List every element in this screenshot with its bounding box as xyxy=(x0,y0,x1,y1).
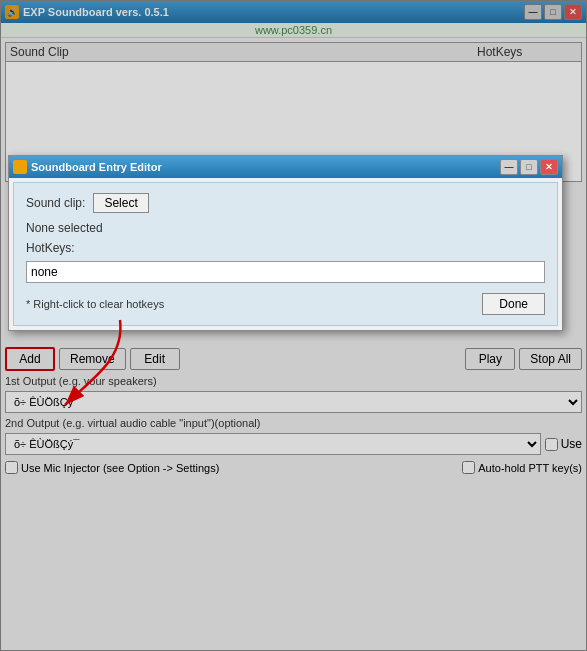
dialog-maximize-btn[interactable]: □ xyxy=(520,159,538,175)
dialog-footer: * Right-click to clear hotkeys Done xyxy=(26,293,545,315)
sound-clip-row: Sound clip: Select xyxy=(26,193,545,213)
done-button[interactable]: Done xyxy=(482,293,545,315)
entry-editor-dialog: Soundboard Entry Editor — □ ✕ Sound clip… xyxy=(8,155,563,331)
dialog-title-bar: Soundboard Entry Editor — □ ✕ xyxy=(9,156,562,178)
dialog-content: Sound clip: Select None selected HotKeys… xyxy=(13,182,558,326)
none-selected-text: None selected xyxy=(26,221,545,235)
dialog-icon xyxy=(13,160,27,174)
dialog-close-btn[interactable]: ✕ xyxy=(540,159,558,175)
dialog-minimize-btn[interactable]: — xyxy=(500,159,518,175)
dialog-title: Soundboard Entry Editor xyxy=(31,161,500,173)
right-click-note: * Right-click to clear hotkeys xyxy=(26,298,482,310)
hotkeys-label: HotKeys: xyxy=(26,241,545,255)
hotkeys-input[interactable] xyxy=(26,261,545,283)
select-button[interactable]: Select xyxy=(93,193,148,213)
sound-clip-label: Sound clip: xyxy=(26,196,85,210)
dialog-controls: — □ ✕ xyxy=(500,159,558,175)
